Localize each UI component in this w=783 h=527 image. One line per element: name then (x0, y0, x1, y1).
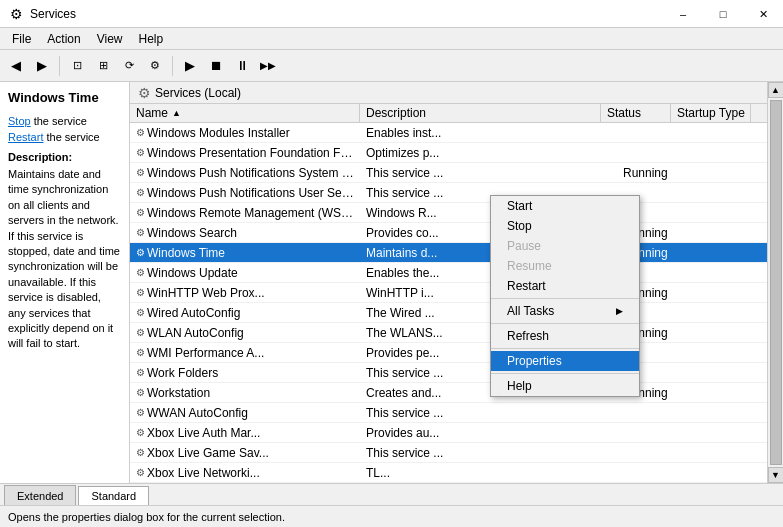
context-menu-item[interactable]: Start (491, 196, 639, 216)
table-row[interactable]: ⚙Windows Presentation Foundation Font Ca… (130, 143, 767, 163)
menu-view[interactable]: View (89, 30, 131, 48)
resume-service-button[interactable]: ▶▶ (256, 54, 280, 78)
tab-standard[interactable]: Standard (78, 486, 149, 506)
show-hide-button[interactable]: ⊞ (91, 54, 115, 78)
service-name: Windows Update (147, 266, 238, 280)
restart-link[interactable]: Restart (8, 131, 43, 143)
start-service-button[interactable]: ▶ (178, 54, 202, 78)
service-icon: ⚙ (136, 227, 145, 238)
toolbar: ◀ ▶ ⊡ ⊞ ⟳ ⚙ ▶ ⏹ ⏸ ▶▶ (0, 50, 783, 82)
table-row[interactable]: ⚙WinHTTP Web Prox...WinHTTP i...Running (130, 283, 767, 303)
table-row[interactable]: ⚙Windows Push Notifications System Servi… (130, 163, 767, 183)
column-header-row: Name ▲ Description Status Startup Type (130, 104, 767, 123)
col-header-status[interactable]: Status (601, 104, 671, 122)
menu-action[interactable]: Action (39, 30, 88, 48)
service-icon: ⚙ (136, 187, 145, 198)
service-name-cell: ⚙Windows Presentation Foundation Font Ca… (130, 146, 360, 160)
refresh-button[interactable]: ⟳ (117, 54, 141, 78)
service-icon: ⚙ (136, 447, 145, 458)
table-row[interactable]: ⚙WorkstationCreates and...Running (130, 383, 767, 403)
service-icon: ⚙ (136, 267, 145, 278)
stop-link-row: Stop the service (8, 115, 121, 127)
service-icon: ⚙ (136, 327, 145, 338)
col-header-startup[interactable]: Startup Type (671, 104, 751, 122)
table-row[interactable]: ⚙Windows Push Notifications User Service… (130, 183, 767, 203)
service-icon: ⚙ (136, 127, 145, 138)
context-menu-item[interactable]: Refresh (491, 326, 639, 346)
service-icon: ⚙ (136, 347, 145, 358)
service-status-cell: Running (617, 166, 687, 180)
maximize-button[interactable]: □ (703, 0, 743, 28)
scroll-thumb[interactable] (770, 100, 782, 465)
up-button[interactable]: ⊡ (65, 54, 89, 78)
table-row[interactable]: ⚙Work FoldersThis service ... (130, 363, 767, 383)
service-icon: ⚙ (136, 407, 145, 418)
properties-button[interactable]: ⚙ (143, 54, 167, 78)
service-icon: ⚙ (136, 427, 145, 438)
tab-extended[interactable]: Extended (4, 485, 76, 505)
stop-link[interactable]: Stop (8, 115, 31, 127)
table-row[interactable]: ⚙Wired AutoConfigThe Wired ... (130, 303, 767, 323)
pause-service-button[interactable]: ⏸ (230, 54, 254, 78)
col-header-name[interactable]: Name ▲ (130, 104, 360, 122)
context-menu-item[interactable]: Stop (491, 216, 639, 236)
service-desc-cell: Optimizes p... (360, 146, 617, 160)
service-name: WWAN AutoConfig (147, 406, 248, 420)
context-menu-item[interactable]: Help (491, 376, 639, 396)
context-menu-separator (491, 323, 639, 324)
context-menu-item[interactable]: Properties (491, 351, 639, 371)
table-row[interactable]: ⚙Windows Remote Management (WS-Manag...W… (130, 203, 767, 223)
table-row[interactable]: ⚙Windows TimeMaintains d...Running (130, 243, 767, 263)
table-row[interactable]: ⚙Xbox Live Networki...TL... (130, 463, 767, 483)
menu-file[interactable]: File (4, 30, 39, 48)
service-name-cell: ⚙Windows Remote Management (WS-Manag... (130, 206, 360, 220)
table-row[interactable]: ⚙Xbox Live Auth Mar...Provides au... (130, 423, 767, 443)
service-table[interactable]: ⚙Windows Modules InstallerEnables inst..… (130, 123, 767, 483)
service-name: Windows Modules Installer (147, 126, 290, 140)
table-row[interactable]: ⚙Windows SearchProvides co...Running (130, 223, 767, 243)
description-text: Maintains date and time synchronization … (8, 167, 121, 352)
scroll-up-arrow[interactable]: ▲ (768, 82, 784, 98)
service-desc-cell: Provides au... (360, 426, 617, 440)
service-desc-cell: Enables inst... (360, 126, 617, 140)
table-row[interactable]: ⚙Xbox Live Game Sav...This service ... (130, 443, 767, 463)
col-header-logon[interactable] (751, 104, 767, 122)
vertical-scrollbar[interactable]: ▲ ▼ (767, 82, 783, 483)
service-icon: ⚙ (136, 207, 145, 218)
context-menu-item-label: Start (507, 199, 532, 213)
service-name-cell: ⚙Windows Modules Installer (130, 126, 360, 140)
col-header-desc[interactable]: Description (360, 104, 601, 122)
bottom-tabs: Extended Standard (0, 483, 783, 505)
context-menu-item-label: Resume (507, 259, 552, 273)
service-desc-cell: This service ... (360, 166, 617, 180)
back-button[interactable]: ◀ (4, 54, 28, 78)
close-button[interactable]: ✕ (743, 0, 783, 28)
scroll-down-arrow[interactable]: ▼ (768, 467, 784, 483)
left-panel: Windows Time Stop the service Restart th… (0, 82, 130, 483)
stop-text: the service (31, 115, 87, 127)
context-menu-separator (491, 348, 639, 349)
table-row[interactable]: ⚙Windows UpdateEnables the... (130, 263, 767, 283)
context-menu-item: Resume (491, 256, 639, 276)
service-name: Xbox Live Game Sav... (147, 446, 269, 460)
description-label: Description: (8, 151, 121, 163)
forward-button[interactable]: ▶ (30, 54, 54, 78)
table-row[interactable]: ⚙Windows Modules InstallerEnables inst..… (130, 123, 767, 143)
context-menu: StartStopPauseResumeRestartAll Tasks▶Ref… (490, 195, 640, 397)
service-name-cell: ⚙Xbox Live Networki... (130, 466, 360, 480)
table-row[interactable]: ⚙WLAN AutoConfigThe WLANS...Running (130, 323, 767, 343)
context-menu-item: Pause (491, 236, 639, 256)
service-name-cell: ⚙WLAN AutoConfig (130, 326, 360, 340)
menu-bar: File Action View Help (0, 28, 783, 50)
context-menu-item[interactable]: All Tasks▶ (491, 301, 639, 321)
context-menu-separator (491, 373, 639, 374)
main-container: Windows Time Stop the service Restart th… (0, 82, 783, 527)
table-row[interactable]: ⚙WWAN AutoConfigThis service ... (130, 403, 767, 423)
stop-service-button[interactable]: ⏹ (204, 54, 228, 78)
service-name-cell: ⚙Windows Update (130, 266, 360, 280)
context-menu-item[interactable]: Restart (491, 276, 639, 296)
table-row[interactable]: ⚙WMI Performance A...Provides pe... (130, 343, 767, 363)
services-header-bar: ⚙ Services (Local) (130, 82, 767, 104)
minimize-button[interactable]: – (663, 0, 703, 28)
menu-help[interactable]: Help (131, 30, 172, 48)
